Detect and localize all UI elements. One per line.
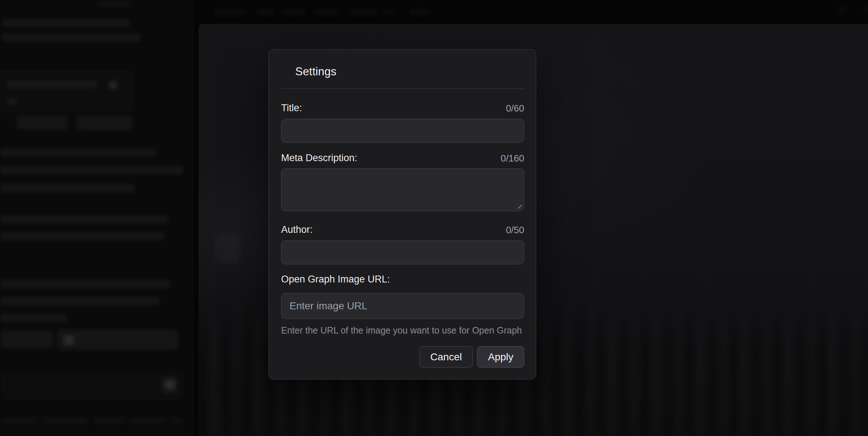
blurred-footer-text [93,417,125,424]
close-icon [108,80,118,90]
apply-button[interactable]: Apply [477,346,524,368]
sidebar-divider [194,0,199,436]
blurred-tab [97,1,132,7]
toolbar-icon [863,6,868,15]
blurred-button-manage-knowledge [57,330,178,350]
send-icon [165,380,175,389]
dialog-actions: Cancel Apply [281,346,524,368]
toolbar-icon [835,5,846,15]
blurred-nav-text [256,9,275,16]
blurred-nav-text [312,9,340,16]
og-image-url-label: Open Graph Image URL: [281,274,390,285]
blurred-paragraph-line [0,232,164,240]
title-char-counter: 0/60 [506,103,524,113]
title-input[interactable] [281,119,524,143]
blurred-paragraph-line [0,215,169,224]
blurred-paragraph-line [0,166,183,175]
blurred-toggle-preview [76,115,133,130]
author-input[interactable] [281,240,524,264]
book-icon [64,335,74,345]
blurred-text-line [2,33,141,41]
blurred-toggle [17,115,68,130]
meta-description-label: Meta Description: [281,152,357,163]
title-label: Title: [281,102,302,113]
blurred-text-line [6,81,97,88]
meta-description-char-counter: 0/160 [501,153,524,163]
blurred-footer-text [1,417,38,424]
author-char-counter: 0/50 [506,225,524,235]
chevron-down-icon [436,10,442,14]
blurred-paragraph-line [0,314,67,322]
dialog-title: Settings [295,66,524,78]
blurred-footer-text [129,417,167,424]
chat-input [2,372,183,400]
blurred-button [1,330,53,348]
blurred-text-line [2,19,130,27]
og-image-url-input[interactable] [281,293,524,319]
blurred-nav-text [409,8,432,16]
blurred-paragraph-line [0,148,157,157]
blurred-nav-text [282,9,306,16]
app-root: { "modal": { "title": "Settings", "field… [0,0,868,436]
blurred-text-line [6,98,18,105]
blurred-paragraph-line [0,184,135,193]
settings-dialog: Settings Title: 0/60 Meta Description: 0… [268,49,536,380]
blurred-paragraph-line [0,297,159,306]
og-image-url-helper-text: Enter the URL of the image you want to u… [281,326,524,335]
chat-sidebar [0,0,194,436]
blurred-nav-text [347,9,378,16]
dialog-divider [281,88,524,89]
blurred-paragraph-line [0,280,170,288]
blurred-nav-text [383,9,397,16]
meta-description-textarea[interactable] [281,168,524,211]
blurred-card [0,71,133,112]
blurred-footer-text [170,417,183,424]
blurred-footer-text [42,417,88,424]
cancel-button[interactable]: Cancel [420,346,473,368]
blurred-nav-text [213,8,246,16]
blurred-floating-button [214,233,241,264]
author-label: Author: [281,224,313,235]
